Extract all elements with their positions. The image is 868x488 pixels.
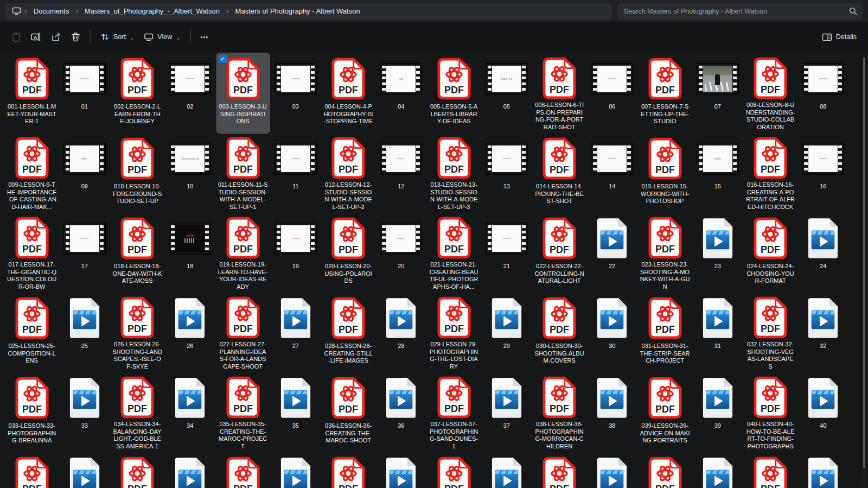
video-file-item[interactable]: 27 <box>270 293 322 372</box>
video-file-item[interactable]: 36 <box>375 372 427 452</box>
video-file-item[interactable] <box>164 452 216 488</box>
pdf-file-item[interactable]: PDF 014-LESSON-14-PICKING-THE-BEST-SHOT <box>533 133 585 213</box>
video-file-item[interactable]: 02 <box>164 53 216 133</box>
video-file-item[interactable] <box>375 452 427 488</box>
video-file-item[interactable]: hair 09 <box>59 133 111 213</box>
video-file-item[interactable]: 24 <box>797 213 849 293</box>
breadcrumb[interactable]: › Documents › Masters_of_Photography_-_A… <box>5 3 612 20</box>
pdf-file-item[interactable]: PDF 027-LESSON-27-PLANNING-IDEAS-FOR-A-L… <box>217 293 269 372</box>
pdf-file-item[interactable]: PDF 011-LESSON-11-STUDIO-SESSION-WITH-A-… <box>217 133 269 213</box>
video-file-item[interactable]: 03 <box>270 53 322 133</box>
video-file-item[interactable]: 01 <box>59 53 111 133</box>
video-file-item[interactable]: foreground 10 <box>164 133 216 213</box>
search-input[interactable] <box>623 7 849 16</box>
video-file-item[interactable]: 20 <box>375 213 427 293</box>
pdf-file-item[interactable]: PDF 032-LESSON-32-SHOOTING-VEGAS-LANDSCA… <box>744 293 796 372</box>
pdf-file-item[interactable]: PDF 015-LESSON-15-WORKING-WITH-PHOTOSHOP <box>639 133 691 213</box>
pdf-file-item[interactable]: PDF <box>322 452 374 488</box>
video-file-item[interactable]: 31 <box>692 293 744 372</box>
pdf-file-item[interactable]: PDF 029-LESSON-29-PHOTOGRAPHING-THE-LOST… <box>428 293 480 372</box>
pdf-file-item[interactable]: PDF 023-LESSON-23-SHOOTING-A-MONKEY-WITH… <box>639 213 691 293</box>
video-file-item[interactable]: 35 <box>270 372 322 452</box>
more-options-button[interactable]: ••• <box>196 29 214 45</box>
rename-button[interactable]: A <box>26 28 46 46</box>
pdf-file-item[interactable]: PDF 024-LESSON-24-CHOOSING-YOUR-FORMAT <box>744 213 796 293</box>
selected-checkbox-icon[interactable]: ✓ <box>219 55 227 63</box>
pdf-file-item[interactable]: PDF 013-LESSON-13-STUDIO-SESSION-WITH-A-… <box>428 133 480 213</box>
pdf-file-item[interactable]: PDF 006-LESSON-6-TIPS-ON-PREPARING-FOR-A… <box>533 53 585 133</box>
video-file-item[interactable]: 26 <box>164 293 216 372</box>
video-file-item[interactable]: 22 <box>586 213 638 293</box>
pdf-file-item[interactable]: PDF 022-LESSON-22-CONTROLLING-NATURAL-LI… <box>533 213 585 293</box>
pdf-file-item[interactable]: PDF 033-LESSON-33-PHOTOGRAPHING-BREAUNNA <box>6 372 58 452</box>
pdf-file-item[interactable]: PDF <box>217 452 269 488</box>
paste-button[interactable] <box>7 28 26 47</box>
video-file-item[interactable]: 39 <box>692 372 744 452</box>
pdf-file-item[interactable]: PDF 020-LESSON-20-USING-POLAROIDS <box>322 213 374 293</box>
pdf-file-item[interactable]: PDF 018-LESSON-18-ONE-DAY-WITH-KATE-MOSS <box>111 213 163 293</box>
video-file-item[interactable]: 16 <box>797 133 849 213</box>
pdf-file-item[interactable]: PDF <box>428 452 480 488</box>
pdf-file-item[interactable]: PDF 002-LESSON-2-LEARN-FROM-THE-JOURNEY <box>111 53 163 133</box>
video-file-item[interactable]: 38 <box>586 372 638 452</box>
video-file-item[interactable]: 06 <box>586 53 638 133</box>
pdf-file-item[interactable]: PDF 028-LESSON-28-CREATING-STILL-LIFE-IM… <box>322 293 374 372</box>
scrollbar-thumb[interactable] <box>863 58 865 468</box>
pdf-file-item[interactable]: PDF 036-LESSON-36-CREATING-THE-MAROC-SHO… <box>322 372 374 452</box>
video-file-item[interactable]: 25 <box>59 293 111 372</box>
video-file-item[interactable]: 29 <box>481 293 533 372</box>
pdf-file-item[interactable]: PDF 005-LESSON-5-ALBERTS-LIBRARY-OF-IDEA… <box>428 53 480 133</box>
video-file-item[interactable]: 33 <box>59 372 111 452</box>
pdf-file-item[interactable]: ✓ PDF 003-LESSON-3-USING-INSPIRATIONS <box>217 53 269 133</box>
pdf-file-item[interactable]: PDF 012-LESSON-12-STUDIO-SESSION-WITH-A-… <box>322 133 374 213</box>
pdf-file-item[interactable]: PDF 009-LESSON-9-THE-IMPORTANCE-OF-CASTI… <box>6 133 58 213</box>
video-file-item[interactable]: 28 <box>375 293 427 372</box>
video-file-item[interactable]: 14 <box>586 133 638 213</box>
breadcrumb-item-documents[interactable]: Documents <box>30 5 73 17</box>
video-file-item[interactable]: 23 <box>692 213 744 293</box>
video-file-item[interactable] <box>586 452 638 488</box>
pdf-file-item[interactable]: PDF 039-LESSON-39-ADVICE-ON-MAKING-PORTR… <box>639 372 691 452</box>
pdf-file-item[interactable]: PDF 034-LESSON-34-BALANCING-DAYLIGHT.-GO… <box>111 372 163 452</box>
pdf-file-item[interactable]: PDF 040-LESSON-40-HOW-TO-BE-ALERT-TO-FIN… <box>744 372 796 452</box>
video-file-item[interactable] <box>481 452 533 488</box>
pdf-file-item[interactable]: PDF 030-LESSON-30-SHOOTING-ALBUM-COVERS <box>533 293 585 372</box>
video-file-item[interactable]: 32 <box>797 293 849 372</box>
video-file-item[interactable]: kate 18 <box>164 213 216 293</box>
details-button[interactable]: Details <box>817 29 861 46</box>
pdf-file-item[interactable]: PDF 038-LESSON-38-PHOTOGRAPHING-MORROCAN… <box>533 372 585 452</box>
video-file-item[interactable]: 21 <box>481 213 533 293</box>
video-file-item[interactable]: 17 <box>59 213 111 293</box>
pdf-file-item[interactable]: PDF 019-LESSON-19-LEARN-TO-HAVE-YOUR-IDE… <box>217 213 269 293</box>
video-file-item[interactable]: 08 <box>797 53 849 133</box>
video-file-item[interactable]: albert's 05 <box>481 53 533 133</box>
pdf-file-item[interactable]: PDF 037-LESSON-37-PHOTOGRAPHING-SAND-DUN… <box>428 372 480 452</box>
pdf-file-item[interactable]: PDF <box>744 452 796 488</box>
video-file-item[interactable] <box>692 452 744 488</box>
video-file-item[interactable] <box>270 452 322 488</box>
pdf-file-item[interactable]: PDF 025-LESSON-25-COMPOSITION-LENS <box>6 293 58 372</box>
pdf-file-item[interactable]: PDF <box>111 452 163 488</box>
video-file-item[interactable]: 11 <box>270 133 322 213</box>
pdf-file-item[interactable]: PDF <box>6 452 58 488</box>
breadcrumb-item-parent-folder[interactable]: Masters_of_Photography_-_Albert_Watson <box>81 5 223 17</box>
pdf-file-item[interactable]: PDF 016-LESSON-16-CREATING-A-PORTRAIT-OF… <box>744 133 796 213</box>
video-file-item[interactable] <box>797 452 849 488</box>
breadcrumb-item-current-folder[interactable]: Masters of Photography - Albert Watson <box>232 5 363 17</box>
video-file-item[interactable]: 40 <box>797 372 849 452</box>
delete-button[interactable] <box>66 28 85 46</box>
pdf-file-item[interactable]: PDF 007-LESSON-7-SETTING-UP-THE-STUDIO <box>639 53 691 133</box>
pdf-file-item[interactable]: PDF 001-LESSON-1-MEET-YOUR-MASTER-1 <box>6 53 58 133</box>
video-file-item[interactable]: 34 <box>164 372 216 452</box>
share-button[interactable] <box>46 28 66 46</box>
pdf-file-item[interactable]: PDF 021-LESSON-21-CREATING-BEAUTIFUL-PHO… <box>428 213 480 293</box>
pdf-file-item[interactable]: PDF 031-LESSON-31-THE-STRIP-SEARCH-PROJE… <box>639 293 691 372</box>
pdf-file-item[interactable]: PDF 026-LESSON-26-SHOOTING-LANDSCAPES.-I… <box>111 293 163 372</box>
video-file-item[interactable]: 12 <box>375 133 427 213</box>
video-file-item[interactable]: 19 <box>270 213 322 293</box>
pdf-file-item[interactable]: PDF <box>639 452 691 488</box>
pdf-file-item[interactable]: PDF <box>533 452 585 488</box>
view-button[interactable]: View ⌄ <box>139 28 185 46</box>
pdf-file-item[interactable]: PDF 004-LESSON-4-PHOTOGRAPHY-IS-STOPPING… <box>322 53 374 133</box>
pdf-file-item[interactable]: PDF 010-LESSON-10-FOREGROUND-STUDIO-SET-… <box>111 133 163 213</box>
